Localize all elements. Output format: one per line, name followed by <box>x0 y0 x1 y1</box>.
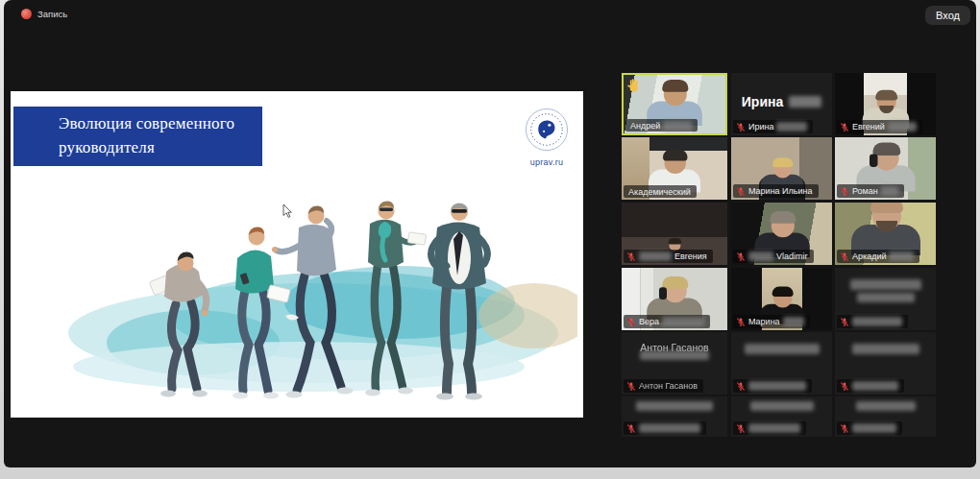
center-name-blurred <box>636 401 713 411</box>
muted-mic-icon <box>840 381 849 392</box>
participant-tile[interactable]: Ирина Ирина <box>731 73 832 135</box>
blurred-name <box>748 381 806 391</box>
participant-name: Vladimir <box>776 251 808 261</box>
blurred-name <box>856 401 916 411</box>
login-button[interactable]: Вход <box>925 6 970 25</box>
participant-name-label: Аркадий <box>837 250 919 263</box>
participant-tile[interactable]: Антон Гасанов Антон Гасанов <box>622 332 727 395</box>
participant-name: Марина <box>748 317 780 326</box>
muted-mic-icon <box>626 251 636 262</box>
participant-tile[interactable]: Марина Ильина <box>731 137 832 200</box>
blurred-name <box>776 122 807 132</box>
muted-mic-icon <box>626 381 636 392</box>
center-name-blurred <box>750 401 814 411</box>
slide-title: Эволюция современного руководителя <box>13 107 262 166</box>
participant-tile[interactable] <box>835 268 936 330</box>
blurred-name <box>640 350 709 360</box>
participant-tile[interactable]: Академический <box>622 137 727 200</box>
participant-name-label <box>624 421 706 435</box>
blurred-name <box>789 96 821 108</box>
participant-tile[interactable]: Марина <box>731 268 832 330</box>
muted-mic-icon <box>736 186 746 197</box>
blurred-name <box>889 251 914 261</box>
muted-mic-icon <box>840 317 849 327</box>
muted-mic-icon <box>840 186 849 197</box>
participant-name-label: Евгений <box>837 120 922 133</box>
participant-tile[interactable]: Андрей <box>622 73 727 135</box>
muted-mic-icon <box>840 122 849 132</box>
participant-tile[interactable]: Евгений <box>835 73 936 135</box>
muted-mic-icon <box>626 423 636 434</box>
participant-name: Евгений <box>852 122 885 132</box>
muted-mic-icon <box>736 122 746 132</box>
blurred-name <box>639 251 672 261</box>
muted-mic-icon <box>736 317 746 327</box>
participant-name: Марина Ильина <box>748 186 813 196</box>
participant-tile[interactable] <box>731 332 832 395</box>
center-name-blurred <box>856 401 916 411</box>
shared-slide: Эволюция современного руководителя uprav… <box>11 91 583 418</box>
blurred-name <box>852 423 896 433</box>
participant-name-label: Роман <box>837 184 904 198</box>
participant-name: Андрей <box>630 121 660 131</box>
evolution-illustration <box>59 199 577 408</box>
center-name-blurred <box>850 279 921 302</box>
participant-name-label: Вера <box>624 315 710 328</box>
muted-mic-icon <box>736 251 746 262</box>
blurred-name <box>852 317 902 326</box>
recording-label: Запись <box>37 9 67 19</box>
center-name: Ирина <box>731 94 832 109</box>
participant-tile[interactable]: Аркадий <box>835 203 936 265</box>
blurred-name <box>783 317 804 326</box>
participant-name: Евгения <box>674 251 707 261</box>
participant-name-label: Ирина <box>733 120 813 133</box>
participant-name-label <box>837 421 902 435</box>
participant-name: Вера <box>639 317 659 326</box>
participant-name-label <box>837 379 904 393</box>
participant-name: Ирина <box>742 94 783 109</box>
uprav-logo-caption: uprav.ru <box>523 157 571 167</box>
participant-name-label: Антон Гасанов <box>624 379 703 393</box>
participant-name-label <box>733 379 812 393</box>
raised-hand-icon <box>627 79 640 93</box>
muted-mic-icon <box>626 317 636 327</box>
participant-tile[interactable] <box>835 396 936 437</box>
participant-name-label: Академический <box>624 185 697 198</box>
blurred-name <box>636 401 713 411</box>
participant-tile[interactable] <box>622 396 727 437</box>
center-name: Антон Гасанов <box>640 342 709 360</box>
participant-name-label: Марина <box>733 315 810 328</box>
participant-tile[interactable]: Роман <box>835 137 936 200</box>
participant-name: Ирина <box>748 122 773 132</box>
recording-icon <box>21 9 32 19</box>
blurred-name <box>748 251 773 261</box>
blurred-name <box>663 121 692 131</box>
participant-tile[interactable] <box>731 396 832 437</box>
slide-title-line2: руководителя <box>59 136 262 160</box>
blurred-name <box>748 423 800 433</box>
blurred-name <box>888 122 917 132</box>
participant-name-label: Андрей <box>625 119 698 132</box>
participant-tile[interactable]: Вера <box>622 268 727 330</box>
participant-tile[interactable]: Евгения <box>622 203 727 265</box>
center-name-blurred <box>852 344 919 354</box>
participant-name: Роман <box>852 186 878 196</box>
muted-mic-icon <box>736 381 746 392</box>
participant-name-label: Евгения <box>624 250 713 263</box>
participant-tile[interactable]: Vladimir <box>731 203 832 265</box>
participant-name-label <box>837 315 908 328</box>
mouse-cursor <box>283 204 291 217</box>
blurred-name <box>750 401 814 411</box>
uprav-logo-icon <box>525 108 569 152</box>
blurred-name <box>850 279 921 290</box>
participant-name-label: Марина Ильина <box>733 184 819 198</box>
participant-name: Аркадий <box>852 251 886 261</box>
slide-title-line1: Эволюция современного <box>59 112 262 136</box>
participant-tile[interactable] <box>835 332 936 395</box>
blurred-name <box>852 344 919 354</box>
blurred-name <box>881 186 898 196</box>
participant-name: Антон Гасанов <box>639 381 698 391</box>
muted-mic-icon <box>840 251 849 262</box>
blurred-name <box>857 293 915 302</box>
participant-name: Академический <box>628 187 691 197</box>
